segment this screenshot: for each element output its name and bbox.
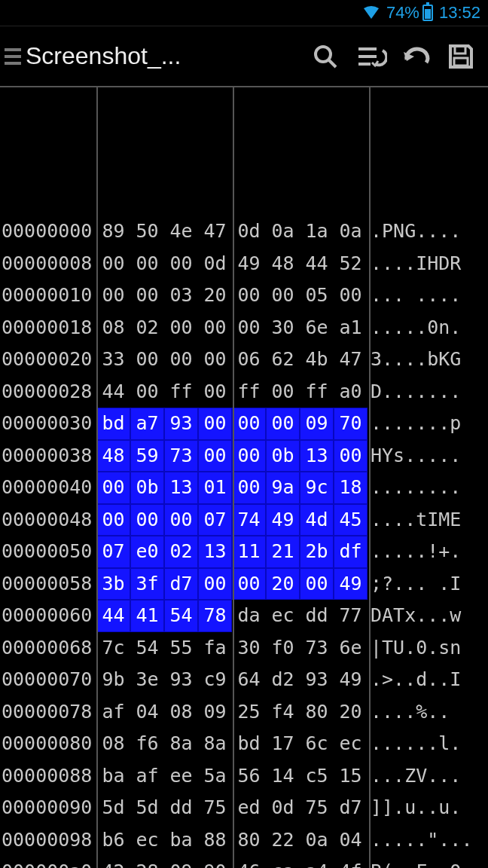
hex-byte[interactable]: 00 (96, 248, 130, 280)
hex-byte[interactable]: bd (232, 728, 266, 760)
hex-row[interactable]: 0000000089504e470d0a1a0a.PNG.... (0, 215, 488, 248)
hex-byte[interactable]: ba (96, 760, 130, 793)
hex-byte[interactable]: 00 (164, 344, 198, 376)
hex-byte[interactable]: 47 (334, 344, 368, 376)
hex-byte[interactable]: 00 (232, 568, 266, 601)
hex-byte[interactable]: 49 (334, 568, 368, 601)
hex-byte[interactable]: 50 (130, 215, 164, 248)
hex-byte[interactable]: 28 (130, 856, 164, 868)
hex-row[interactable]: 0000006044415478daecdd77DATx...w (0, 600, 488, 632)
hex-byte[interactable]: 1a (300, 215, 334, 248)
hex-byte[interactable]: 05 (300, 280, 334, 312)
hex-view[interactable]: 0000000089504e470d0a1a0a.PNG....00000008… (0, 87, 488, 868)
hex-row[interactable]: 000000284400ff00ff00ffa0D....... (0, 376, 488, 408)
hex-byte[interactable]: 21 (266, 536, 300, 568)
hex-row[interactable]: 000000a04228099046caa44fB(..F..O (0, 856, 488, 868)
hex-byte[interactable]: 00 (96, 504, 130, 536)
hex-row[interactable]: 000000583b3fd70000200049;?... .I (0, 568, 488, 601)
hex-byte[interactable]: 00 (164, 504, 198, 536)
hex-byte[interactable]: 00 (130, 280, 164, 312)
hex-row[interactable]: 000000905d5ddd75ed0d75d7]].u..u. (0, 792, 488, 824)
hex-byte[interactable]: 6e (334, 632, 368, 665)
hex-byte[interactable]: 00 (232, 312, 266, 344)
hex-byte[interactable]: 01 (198, 472, 232, 504)
hex-byte[interactable]: 44 (96, 600, 130, 632)
hex-byte[interactable]: 4d (300, 504, 334, 536)
hex-byte[interactable]: 7c (96, 632, 130, 665)
hex-byte[interactable]: 09 (198, 696, 232, 729)
hex-byte[interactable]: 3e (130, 664, 164, 696)
search-button[interactable] (303, 34, 348, 79)
hex-byte[interactable]: df (334, 536, 368, 568)
hex-byte[interactable]: 20 (198, 280, 232, 312)
hex-row[interactable]: 00000040000b1301009a9c18........ (0, 472, 488, 504)
hex-byte[interactable]: 75 (198, 792, 232, 824)
hex-byte[interactable]: 0a (266, 215, 300, 248)
hex-byte[interactable]: ff (300, 376, 334, 408)
hex-byte[interactable]: 00 (232, 440, 266, 472)
hex-byte[interactable]: 48 (266, 248, 300, 280)
hex-byte[interactable]: 30 (232, 632, 266, 665)
hex-byte[interactable]: 03 (164, 280, 198, 312)
hex-byte[interactable]: 49 (266, 504, 300, 536)
hex-byte[interactable]: 78 (198, 600, 232, 632)
hex-byte[interactable]: 73 (300, 632, 334, 665)
hex-byte[interactable]: 15 (334, 760, 368, 793)
hex-byte[interactable]: 44 (300, 248, 334, 280)
hex-byte[interactable]: 49 (232, 248, 266, 280)
hex-byte[interactable]: 00 (198, 440, 232, 472)
hex-row[interactable]: 000000080000000d49484452....IHDR (0, 248, 488, 280)
hex-byte[interactable]: bd (96, 408, 130, 440)
hex-byte[interactable]: 07 (96, 536, 130, 568)
hex-byte[interactable]: dd (164, 792, 198, 824)
hex-byte[interactable]: 6e (300, 312, 334, 344)
hex-row[interactable]: 00000078af04080925f48020....%.. (0, 696, 488, 729)
hex-byte[interactable]: 09 (300, 408, 334, 440)
hex-byte[interactable]: 0b (130, 472, 164, 504)
hex-byte[interactable]: 06 (232, 344, 266, 376)
hex-byte[interactable]: 48 (96, 440, 130, 472)
hex-byte[interactable]: 00 (232, 408, 266, 440)
hex-byte[interactable]: 4e (164, 215, 198, 248)
hex-byte[interactable]: b6 (96, 824, 130, 857)
hex-row[interactable]: 000000180802000000306ea1.....0n. (0, 312, 488, 344)
hex-byte[interactable]: 54 (130, 632, 164, 665)
hex-byte[interactable]: 00 (266, 376, 300, 408)
hex-byte[interactable]: 56 (232, 760, 266, 793)
hex-byte[interactable]: f4 (266, 696, 300, 729)
hex-byte[interactable]: 00 (130, 248, 164, 280)
hex-byte[interactable]: 18 (334, 472, 368, 504)
hex-byte[interactable]: 9a (266, 472, 300, 504)
hex-byte[interactable]: d2 (266, 664, 300, 696)
hex-byte[interactable]: 52 (334, 248, 368, 280)
hex-byte[interactable]: 08 (164, 696, 198, 729)
hex-byte[interactable]: 44 (96, 376, 130, 408)
hex-byte[interactable]: 0b (266, 440, 300, 472)
hex-byte[interactable]: ec (334, 728, 368, 760)
hex-byte[interactable]: 00 (164, 248, 198, 280)
hex-byte[interactable]: 3b (96, 568, 130, 601)
hex-byte[interactable]: 00 (198, 344, 232, 376)
hex-byte[interactable]: 62 (266, 344, 300, 376)
hex-byte[interactable]: 0d (266, 792, 300, 824)
hex-byte[interactable]: 0a (334, 215, 368, 248)
hex-byte[interactable]: 93 (164, 664, 198, 696)
hex-byte[interactable]: ec (266, 600, 300, 632)
hex-byte[interactable]: 30 (266, 312, 300, 344)
hex-byte[interactable]: ee (164, 760, 198, 793)
hex-byte[interactable]: ec (130, 824, 164, 857)
undo-button[interactable] (393, 34, 438, 79)
hex-byte[interactable]: ca (266, 856, 300, 868)
hex-byte[interactable]: 22 (266, 824, 300, 857)
hex-row[interactable]: 000000480000000774494d45....tIME (0, 504, 488, 536)
hex-byte[interactable]: 0d (198, 248, 232, 280)
hex-row[interactable]: 0000005007e0021311212bdf.....!+. (0, 536, 488, 568)
hex-byte[interactable]: 59 (130, 440, 164, 472)
hex-byte[interactable]: 9c (300, 472, 334, 504)
hex-byte[interactable]: 8a (198, 728, 232, 760)
hex-byte[interactable]: 13 (164, 472, 198, 504)
hex-byte[interactable]: 00 (198, 408, 232, 440)
hex-byte[interactable]: 00 (334, 440, 368, 472)
hex-row[interactable]: 00000088baafee5a5614c515...ZV... (0, 760, 488, 793)
hex-byte[interactable]: 80 (300, 696, 334, 729)
